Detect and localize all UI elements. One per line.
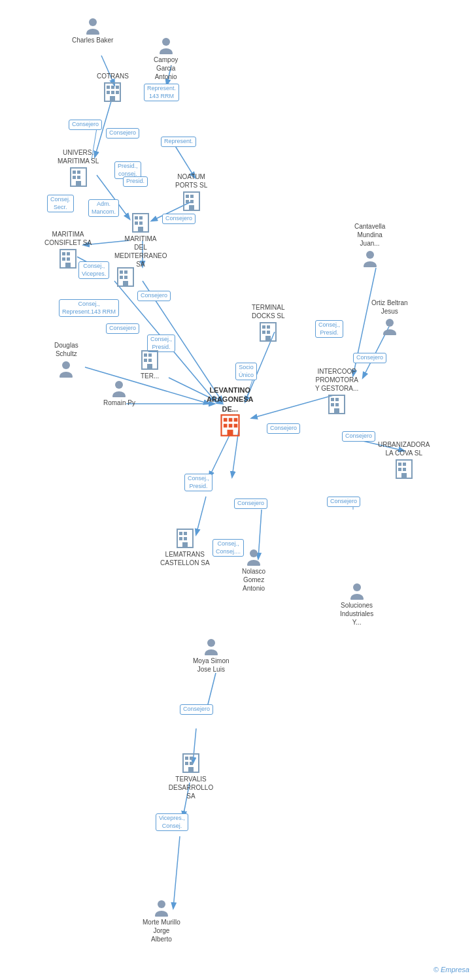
svg-rect-127	[185, 762, 188, 765]
charles-baker-node: Charles Baker	[72, 16, 113, 44]
building-icon	[182, 191, 201, 212]
svg-point-88	[366, 251, 374, 259]
svg-rect-109	[398, 468, 401, 471]
svg-rect-47	[76, 181, 81, 186]
campoy-node: CampoyGarciaAntonio	[154, 36, 178, 81]
svg-point-87	[112, 391, 126, 397]
svg-rect-57	[135, 221, 138, 225]
consej-secr-badge[interactable]: Consej.Secr.	[47, 195, 74, 212]
svg-rect-56	[139, 216, 143, 220]
person-icon	[348, 581, 366, 600]
svg-rect-83	[144, 359, 147, 362]
urbanizadora-label: URBANIZADORALA COVA SL	[378, 440, 430, 457]
svg-line-29	[173, 836, 180, 908]
consejero-levantino-badge[interactable]: Consejero	[267, 423, 300, 434]
svg-rect-113	[179, 532, 182, 535]
consejero-moya-badge[interactable]: Consejero	[180, 704, 213, 715]
person-icon	[84, 16, 102, 35]
svg-rect-67	[120, 270, 123, 274]
building-icon	[59, 248, 77, 269]
svg-rect-111	[401, 473, 407, 478]
svg-point-91	[383, 329, 396, 335]
svg-rect-108	[403, 463, 406, 466]
svg-point-30	[89, 18, 97, 26]
svg-rect-103	[229, 424, 233, 428]
svg-point-120	[353, 583, 361, 591]
svg-rect-93	[331, 398, 334, 401]
urbanizadora-node: URBANIZADORALA COVA SL	[378, 439, 430, 480]
svg-rect-101	[233, 418, 237, 422]
douglas-label: DouglasSchultz	[54, 341, 78, 358]
svg-point-90	[386, 319, 394, 327]
consejero-badge-2[interactable]: Consejero	[106, 128, 139, 139]
consej-vicepres-badge[interactable]: Consej.,Vicepres.	[78, 261, 109, 279]
consejero-badge-1[interactable]: Consejero	[69, 120, 102, 130]
maritima-med-node: MARITIMADELMEDITERRANEO SA	[114, 212, 167, 269]
svg-rect-107	[398, 463, 401, 466]
building-icon	[131, 212, 150, 233]
svg-rect-36	[111, 86, 114, 89]
building-icon	[259, 321, 277, 342]
svg-point-72	[62, 361, 70, 369]
svg-rect-100	[229, 418, 233, 422]
svg-point-123	[205, 649, 218, 655]
consej-presid-lema-badge[interactable]: Consej.,Presid.	[184, 474, 212, 491]
svg-rect-105	[227, 430, 233, 436]
svg-rect-75	[262, 325, 265, 329]
douglas-node: DouglasSchultz	[54, 340, 78, 378]
svg-rect-81	[144, 353, 147, 357]
consejero-badge-4[interactable]: Consejero	[106, 323, 139, 334]
lematrans-node: LEMATRANSCASTELLON SA	[160, 528, 210, 567]
svg-rect-76	[267, 325, 270, 329]
consej-represent-badge[interactable]: Consej.,Represent.143 RRM	[59, 299, 119, 317]
svg-rect-102	[224, 424, 228, 428]
svg-rect-79	[265, 336, 271, 341]
svg-rect-77	[262, 331, 265, 334]
svg-rect-71	[123, 281, 128, 286]
represent-badge-2[interactable]: Represent.	[161, 137, 196, 147]
person-icon	[381, 317, 399, 335]
person-icon	[361, 249, 379, 267]
svg-rect-39	[111, 91, 114, 94]
svg-rect-46	[77, 176, 80, 179]
svg-rect-128	[190, 762, 193, 765]
tervalis-label: TERVALISDESARROLLO SA	[165, 775, 217, 800]
nolasco-node: NolascoGomezAntonio	[242, 547, 265, 593]
consej-presid-cantavella-badge[interactable]: Consej.,Presid.	[315, 320, 343, 338]
consejero-intercoop-badge[interactable]: Consejero	[342, 431, 375, 442]
person-icon	[157, 36, 175, 54]
noatum-node: NOATUMPORTS SL	[175, 171, 207, 212]
represent-143-badge[interactable]: Represent.143 RRM	[144, 84, 179, 101]
svg-rect-49	[186, 195, 189, 198]
ter-label: TER...	[141, 372, 159, 380]
moya-label: Moya SimonJose Luis	[193, 657, 230, 674]
svg-rect-94	[335, 398, 339, 401]
consejero-urb-badge[interactable]: Consejero	[327, 497, 360, 507]
cotrans-node: COTRANS	[97, 71, 129, 103]
svg-rect-99	[224, 418, 228, 422]
presid-badge[interactable]: Presid.	[123, 176, 148, 187]
building-mid-left-node	[116, 267, 135, 287]
svg-rect-50	[190, 195, 194, 198]
consejero-lema2-badge[interactable]: Consejero	[234, 498, 267, 509]
consejero-ortiz-badge[interactable]: Consejero	[353, 353, 386, 363]
svg-point-32	[162, 38, 170, 46]
building-icon	[328, 394, 346, 415]
socio-unico-badge[interactable]: SocioÚnico	[235, 363, 257, 380]
svg-rect-41	[110, 96, 115, 101]
svg-point-130	[158, 900, 165, 908]
svg-rect-61	[62, 252, 65, 255]
svg-rect-59	[138, 227, 143, 232]
univers-maritima-label: UNIVERS.MARITIMA SL	[58, 148, 99, 165]
svg-rect-85	[147, 364, 152, 369]
vicepres-consej-badge[interactable]: Vicepres.,Consej.	[156, 813, 188, 831]
intercoop-node: INTERCOOPPROMOTORAY GESTORA...	[315, 366, 358, 415]
consejero-noatum-badge[interactable]: Consejero	[162, 214, 196, 224]
svg-rect-114	[184, 532, 187, 535]
consejero-mid-badge[interactable]: Consejero	[137, 291, 171, 301]
svg-rect-35	[107, 86, 110, 89]
consej-consej-badge[interactable]: Consej.,Consej....	[212, 539, 244, 557]
person-icon	[202, 637, 220, 655]
levantino-node: LEVANTINOARAGONESADE...	[207, 385, 254, 437]
svg-rect-69	[120, 276, 123, 279]
